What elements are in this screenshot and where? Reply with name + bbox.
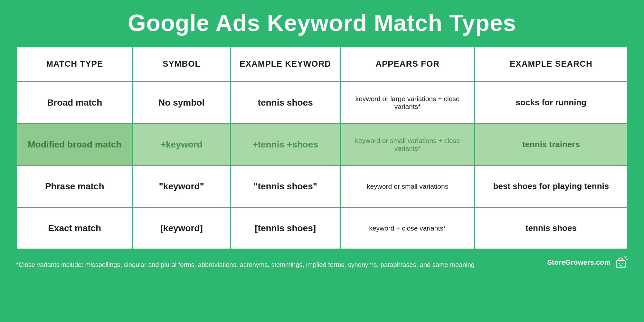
cell-r0-c1: No symbol (133, 82, 231, 124)
cell-r2-c1: "keyword" (133, 166, 231, 207)
page-title: Google Ads Keyword Match Types (128, 10, 516, 36)
header-match-type: MATCH TYPE (17, 46, 133, 82)
cell-r1-c1: +keyword (133, 124, 231, 166)
header-symbol: SYMBOL (133, 46, 231, 82)
cell-r2-c3: keyword or small variations (340, 166, 475, 207)
cell-r0-c3: keyword or large variations + close vari… (340, 82, 475, 124)
svg-line-5 (624, 256, 624, 257)
table-header-row: MATCH TYPE SYMBOL EXAMPLE KEYWORD APPEAR… (17, 46, 628, 82)
cell-r3-c4: tennis shoes (475, 207, 627, 249)
cell-r2-c4: best shoes for playing tennis (475, 166, 627, 207)
svg-point-2 (622, 263, 623, 264)
svg-line-4 (626, 260, 628, 260)
brand-icon (614, 255, 628, 270)
cell-r0-c4: socks for running (475, 82, 627, 124)
cell-r2-c2: "tennis shoes" (230, 166, 340, 207)
cell-r0-c0: Broad match (17, 82, 133, 124)
cell-r1-c3: keyword or small variations + close vari… (340, 124, 475, 166)
header-appears-for: APPEARS FOR (340, 46, 475, 82)
keyword-match-table: MATCH TYPE SYMBOL EXAMPLE KEYWORD APPEAR… (16, 46, 628, 250)
footer-row: *Close variants include: misspellings, s… (16, 255, 628, 270)
cell-r3-c3: keyword + close variants* (340, 207, 475, 249)
table-row: Broad matchNo symboltennis shoeskeyword … (17, 82, 628, 124)
table-row: Phrase match"keyword""tennis shoes"keywo… (17, 166, 628, 207)
svg-point-1 (619, 263, 620, 264)
footnote-text: *Close variants include: misspellings, s… (16, 260, 547, 270)
header-example-keyword: EXAMPLE KEYWORD (230, 46, 340, 82)
cell-r1-c0: Modified broad match (17, 124, 133, 166)
cell-r3-c0: Exact match (17, 207, 133, 249)
svg-rect-0 (616, 260, 625, 268)
svg-line-3 (625, 257, 627, 258)
cell-r1-c4: tennis trainers (475, 124, 627, 166)
cell-r2-c0: Phrase match (17, 166, 133, 207)
cell-r3-c2: [tennis shoes] (230, 207, 340, 249)
table-row: Modified broad match+keyword+tennis +sho… (17, 124, 628, 166)
table-row: Exact match[keyword][tennis shoes]keywor… (17, 207, 628, 249)
cell-r0-c2: tennis shoes (230, 82, 340, 124)
cell-r1-c2: +tennis +shoes (230, 124, 340, 166)
header-example-search: EXAMPLE SEARCH (475, 46, 627, 82)
brand-name: StoreGrowers.com (547, 258, 611, 267)
cell-r3-c1: [keyword] (133, 207, 231, 249)
